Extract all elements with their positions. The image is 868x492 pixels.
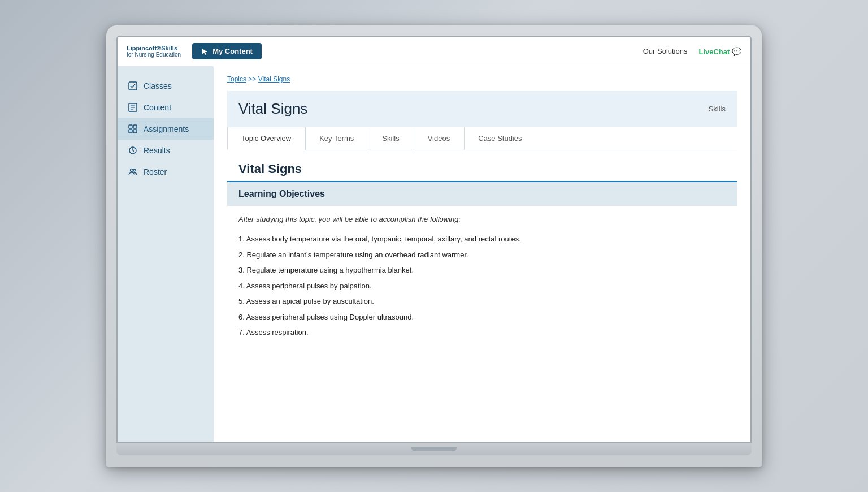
laptop-frame: Lippincott®Skills for Nursing Education … bbox=[106, 25, 762, 467]
list-item: 6. Assess peripheral pulses using Dopple… bbox=[238, 309, 726, 325]
sidebar-item-classes[interactable]: Classes bbox=[118, 75, 214, 97]
book-icon bbox=[128, 102, 138, 113]
page-header: Vital Signs Skills bbox=[227, 91, 737, 127]
tabs-bar: Topic Overview Key Terms Skills Videos C… bbox=[227, 127, 737, 150]
breadcrumb: Topics >> Vital Signs bbox=[227, 75, 737, 83]
content-title: Vital Signs bbox=[227, 150, 737, 182]
breadcrumb-topics[interactable]: Topics bbox=[227, 75, 246, 83]
sidebar-label-content: Content bbox=[144, 103, 171, 112]
svg-point-8 bbox=[133, 169, 136, 171]
my-content-button[interactable]: My Content bbox=[192, 43, 262, 59]
my-content-label: My Content bbox=[212, 47, 253, 55]
svg-rect-2 bbox=[129, 125, 132, 128]
tab-videos[interactable]: Videos bbox=[414, 127, 465, 150]
sidebar: Classes Content Assi bbox=[118, 66, 214, 442]
checkbox-icon bbox=[128, 81, 138, 91]
breadcrumb-vital-signs[interactable]: Vital Signs bbox=[258, 75, 290, 83]
list-item: 5. Assess an apical pulse by auscultatio… bbox=[238, 294, 726, 309]
livechat-text-green: Chat bbox=[713, 48, 730, 56]
tab-key-terms[interactable]: Key Terms bbox=[305, 127, 368, 150]
objectives-intro: After studying this topic, you will be a… bbox=[227, 206, 737, 229]
logo-line2: for Nursing Education bbox=[127, 51, 181, 58]
list-item: 3. Regulate temperature using a hypother… bbox=[238, 262, 726, 278]
tab-key-terms-label: Key Terms bbox=[319, 134, 354, 143]
list-item: 1. Assess body temperature via the oral,… bbox=[238, 231, 726, 247]
laptop-notch bbox=[411, 447, 457, 451]
sidebar-item-results[interactable]: Results bbox=[118, 140, 214, 161]
skills-badge: Skills bbox=[709, 105, 726, 113]
sidebar-label-assignments: Assignments bbox=[144, 124, 189, 133]
livechat-icon: 💬 bbox=[732, 47, 741, 56]
svg-rect-4 bbox=[129, 130, 132, 133]
laptop-screen: Lippincott®Skills for Nursing Education … bbox=[116, 36, 752, 443]
livechat-text-blue: Live bbox=[698, 48, 713, 56]
tab-case-studies[interactable]: Case Studies bbox=[464, 127, 536, 150]
cursor-icon bbox=[201, 48, 209, 55]
list-item: 4. Assess peripheral pulses by palpation… bbox=[238, 278, 726, 294]
sidebar-label-classes: Classes bbox=[144, 81, 172, 90]
topic-content: Vital Signs Learning Objectives After st… bbox=[227, 150, 737, 349]
our-solutions-link[interactable]: Our Solutions bbox=[643, 47, 688, 55]
laptop-base bbox=[116, 443, 752, 455]
tab-videos-label: Videos bbox=[428, 134, 450, 143]
learning-objectives-header: Learning Objectives bbox=[227, 182, 737, 206]
sidebar-label-roster: Roster bbox=[144, 167, 167, 176]
sidebar-item-roster[interactable]: Roster bbox=[118, 161, 214, 183]
grid-icon bbox=[128, 124, 138, 134]
svg-rect-3 bbox=[133, 125, 137, 128]
main-area: Classes Content Assi bbox=[118, 66, 750, 442]
sidebar-item-content[interactable]: Content bbox=[118, 97, 214, 118]
svg-point-7 bbox=[131, 169, 133, 172]
tab-skills-label: Skills bbox=[382, 134, 399, 143]
tab-topic-overview-label: Topic Overview bbox=[241, 134, 291, 143]
breadcrumb-separator: >> bbox=[248, 75, 256, 83]
list-item: 2. Regulate an infant’s temperature usin… bbox=[238, 247, 726, 263]
list-item: 7. Assess respiration. bbox=[238, 325, 726, 340]
svg-rect-5 bbox=[133, 130, 137, 133]
sidebar-label-results: Results bbox=[144, 146, 170, 155]
people-icon bbox=[128, 167, 138, 177]
objectives-list: 1. Assess body temperature via the oral,… bbox=[227, 229, 737, 349]
livechat-link[interactable]: LiveChat 💬 bbox=[698, 47, 741, 56]
tab-skills[interactable]: Skills bbox=[368, 127, 413, 150]
nav-right: Our Solutions LiveChat 💬 bbox=[643, 47, 741, 56]
content-area: Topics >> Vital Signs Vital Signs Skills… bbox=[214, 66, 750, 442]
sidebar-item-assignments[interactable]: Assignments bbox=[118, 118, 214, 140]
logo: Lippincott®Skills for Nursing Education bbox=[127, 45, 181, 58]
page-title: Vital Signs bbox=[238, 100, 307, 118]
tab-case-studies-label: Case Studies bbox=[478, 134, 522, 143]
logo-line1: Lippincott®Skills bbox=[127, 45, 181, 51]
clock-icon bbox=[128, 145, 138, 156]
top-nav: Lippincott®Skills for Nursing Education … bbox=[118, 37, 750, 66]
tab-topic-overview[interactable]: Topic Overview bbox=[227, 127, 305, 150]
